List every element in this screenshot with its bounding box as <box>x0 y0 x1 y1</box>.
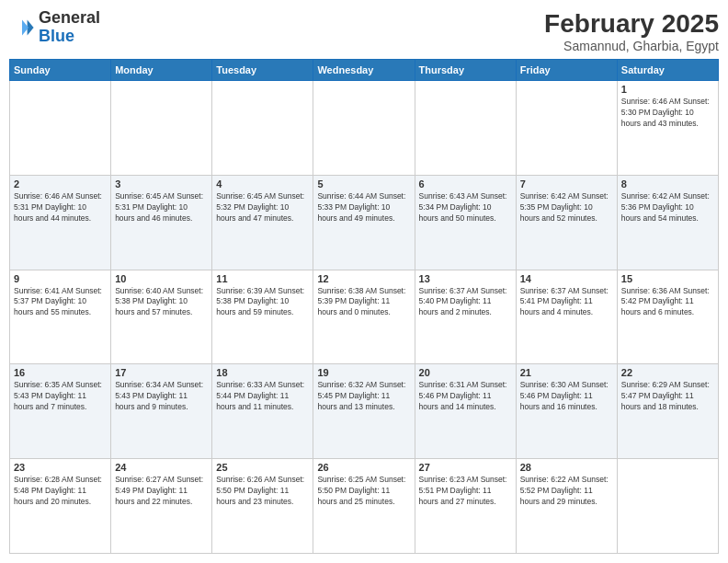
logo-general: General <box>39 8 100 27</box>
day-number: 3 <box>115 178 208 190</box>
day-cell: 16Sunrise: 6:35 AM Sunset: 5:43 PM Dayli… <box>10 364 111 459</box>
day-cell: 2Sunrise: 6:46 AM Sunset: 5:31 PM Daylig… <box>10 175 111 270</box>
day-info: Sunrise: 6:45 AM Sunset: 5:31 PM Dayligh… <box>115 191 208 224</box>
day-number: 24 <box>115 462 208 473</box>
day-number: 1 <box>621 84 714 95</box>
day-info: Sunrise: 6:45 AM Sunset: 5:32 PM Dayligh… <box>216 191 309 224</box>
day-info: Sunrise: 6:44 AM Sunset: 5:33 PM Dayligh… <box>317 191 410 224</box>
logo: General Blue <box>9 9 100 46</box>
day-info: Sunrise: 6:40 AM Sunset: 5:38 PM Dayligh… <box>115 286 208 319</box>
day-info: Sunrise: 6:31 AM Sunset: 5:46 PM Dayligh… <box>419 380 512 413</box>
day-number: 11 <box>216 273 309 284</box>
day-number: 4 <box>216 178 309 190</box>
logo-icon <box>9 15 35 40</box>
day-cell: 13Sunrise: 6:37 AM Sunset: 5:40 PM Dayli… <box>415 270 516 364</box>
col-header-tuesday: Tuesday <box>212 60 313 81</box>
day-cell: 18Sunrise: 6:33 AM Sunset: 5:44 PM Dayli… <box>212 364 313 459</box>
day-info: Sunrise: 6:43 AM Sunset: 5:34 PM Dayligh… <box>419 191 512 224</box>
day-info: Sunrise: 6:42 AM Sunset: 5:35 PM Dayligh… <box>520 191 613 224</box>
col-header-thursday: Thursday <box>415 60 516 81</box>
day-cell: 19Sunrise: 6:32 AM Sunset: 5:45 PM Dayli… <box>313 364 415 459</box>
day-number: 13 <box>419 273 512 284</box>
day-cell: 12Sunrise: 6:38 AM Sunset: 5:39 PM Dayli… <box>313 270 415 364</box>
col-header-friday: Friday <box>516 60 617 81</box>
col-header-sunday: Sunday <box>10 60 111 81</box>
week-row-3: 9Sunrise: 6:41 AM Sunset: 5:37 PM Daylig… <box>10 270 719 364</box>
day-number: 28 <box>520 462 613 473</box>
day-cell: 4Sunrise: 6:45 AM Sunset: 5:32 PM Daylig… <box>212 175 313 270</box>
month-title: February 2025 <box>544 9 719 39</box>
day-number: 18 <box>216 367 309 378</box>
day-cell: 5Sunrise: 6:44 AM Sunset: 5:33 PM Daylig… <box>313 175 415 270</box>
day-cell: 11Sunrise: 6:39 AM Sunset: 5:38 PM Dayli… <box>212 270 313 364</box>
day-number: 7 <box>520 178 613 190</box>
day-number: 21 <box>520 367 613 378</box>
week-row-2: 2Sunrise: 6:46 AM Sunset: 5:31 PM Daylig… <box>10 175 719 270</box>
day-info: Sunrise: 6:38 AM Sunset: 5:39 PM Dayligh… <box>317 286 410 319</box>
day-info: Sunrise: 6:28 AM Sunset: 5:48 PM Dayligh… <box>14 475 107 508</box>
day-number: 23 <box>14 462 107 473</box>
day-cell <box>313 81 415 176</box>
calendar-header: SundayMondayTuesdayWednesdayThursdayFrid… <box>10 60 719 81</box>
day-info: Sunrise: 6:34 AM Sunset: 5:43 PM Dayligh… <box>115 380 208 413</box>
day-number: 5 <box>317 178 410 190</box>
day-info: Sunrise: 6:32 AM Sunset: 5:45 PM Dayligh… <box>317 380 410 413</box>
day-info: Sunrise: 6:22 AM Sunset: 5:52 PM Dayligh… <box>520 475 613 508</box>
col-header-saturday: Saturday <box>617 60 718 81</box>
week-row-1: 1Sunrise: 6:46 AM Sunset: 5:30 PM Daylig… <box>10 81 719 176</box>
day-info: Sunrise: 6:25 AM Sunset: 5:50 PM Dayligh… <box>317 475 410 508</box>
day-info: Sunrise: 6:37 AM Sunset: 5:41 PM Dayligh… <box>520 286 613 319</box>
col-header-wednesday: Wednesday <box>313 60 415 81</box>
day-info: Sunrise: 6:23 AM Sunset: 5:51 PM Dayligh… <box>419 475 512 508</box>
day-cell: 22Sunrise: 6:29 AM Sunset: 5:47 PM Dayli… <box>617 364 718 459</box>
day-info: Sunrise: 6:26 AM Sunset: 5:50 PM Dayligh… <box>216 475 309 508</box>
calendar: SundayMondayTuesdayWednesdayThursdayFrid… <box>9 59 719 554</box>
day-info: Sunrise: 6:36 AM Sunset: 5:42 PM Dayligh… <box>621 286 714 319</box>
day-cell <box>10 81 111 176</box>
day-cell: 27Sunrise: 6:23 AM Sunset: 5:51 PM Dayli… <box>415 459 516 554</box>
day-cell: 7Sunrise: 6:42 AM Sunset: 5:35 PM Daylig… <box>516 175 617 270</box>
page: General Blue February 2025 Samannud, Gha… <box>0 0 728 563</box>
day-number: 17 <box>115 367 208 378</box>
day-cell: 26Sunrise: 6:25 AM Sunset: 5:50 PM Dayli… <box>313 459 415 554</box>
day-cell: 15Sunrise: 6:36 AM Sunset: 5:42 PM Dayli… <box>617 270 718 364</box>
day-number: 22 <box>621 367 714 378</box>
day-info: Sunrise: 6:46 AM Sunset: 5:30 PM Dayligh… <box>621 97 714 130</box>
logo-text: General Blue <box>39 9 100 46</box>
day-info: Sunrise: 6:42 AM Sunset: 5:36 PM Dayligh… <box>621 191 714 224</box>
logo-blue: Blue <box>39 27 74 45</box>
day-cell: 3Sunrise: 6:45 AM Sunset: 5:31 PM Daylig… <box>111 175 212 270</box>
day-cell: 9Sunrise: 6:41 AM Sunset: 5:37 PM Daylig… <box>10 270 111 364</box>
day-number: 12 <box>317 273 410 284</box>
day-cell <box>617 459 718 554</box>
week-row-4: 16Sunrise: 6:35 AM Sunset: 5:43 PM Dayli… <box>10 364 719 459</box>
day-number: 10 <box>115 273 208 284</box>
day-cell <box>212 81 313 176</box>
day-cell <box>516 81 617 176</box>
header: General Blue February 2025 Samannud, Gha… <box>9 9 719 53</box>
day-number: 15 <box>621 273 714 284</box>
day-cell: 8Sunrise: 6:42 AM Sunset: 5:36 PM Daylig… <box>617 175 718 270</box>
week-row-5: 23Sunrise: 6:28 AM Sunset: 5:48 PM Dayli… <box>10 459 719 554</box>
location: Samannud, Gharbia, Egypt <box>544 39 719 53</box>
day-cell: 25Sunrise: 6:26 AM Sunset: 5:50 PM Dayli… <box>212 459 313 554</box>
day-cell: 24Sunrise: 6:27 AM Sunset: 5:49 PM Dayli… <box>111 459 212 554</box>
day-info: Sunrise: 6:27 AM Sunset: 5:49 PM Dayligh… <box>115 475 208 508</box>
calendar-body: 1Sunrise: 6:46 AM Sunset: 5:30 PM Daylig… <box>10 81 719 554</box>
day-number: 9 <box>14 273 107 284</box>
day-number: 14 <box>520 273 613 284</box>
day-number: 2 <box>14 178 107 190</box>
day-number: 6 <box>419 178 512 190</box>
day-info: Sunrise: 6:37 AM Sunset: 5:40 PM Dayligh… <box>419 286 512 319</box>
day-cell <box>415 81 516 176</box>
day-info: Sunrise: 6:39 AM Sunset: 5:38 PM Dayligh… <box>216 286 309 319</box>
day-info: Sunrise: 6:30 AM Sunset: 5:46 PM Dayligh… <box>520 380 613 413</box>
header-row: SundayMondayTuesdayWednesdayThursdayFrid… <box>10 60 719 81</box>
day-cell: 20Sunrise: 6:31 AM Sunset: 5:46 PM Dayli… <box>415 364 516 459</box>
day-cell <box>111 81 212 176</box>
col-header-monday: Monday <box>111 60 212 81</box>
day-number: 27 <box>419 462 512 473</box>
day-info: Sunrise: 6:33 AM Sunset: 5:44 PM Dayligh… <box>216 380 309 413</box>
day-number: 16 <box>14 367 107 378</box>
day-cell: 21Sunrise: 6:30 AM Sunset: 5:46 PM Dayli… <box>516 364 617 459</box>
